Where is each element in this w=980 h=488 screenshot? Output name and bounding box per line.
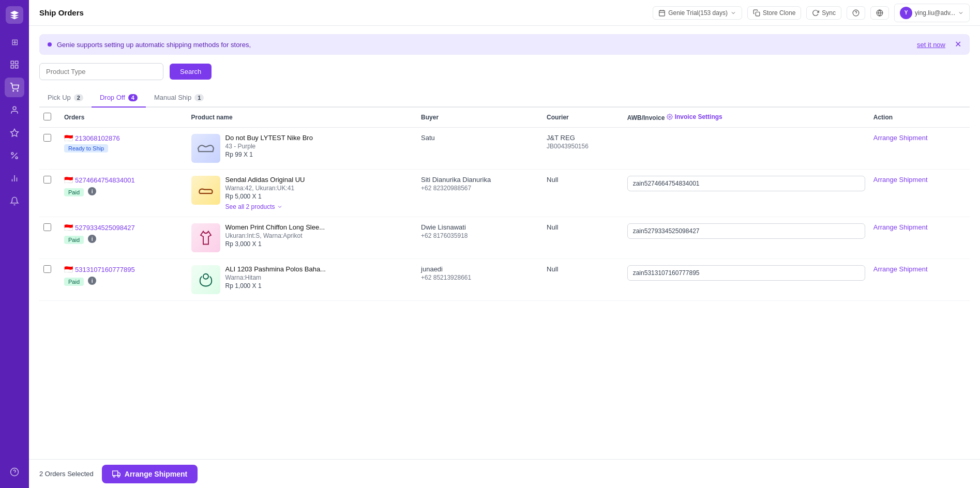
row2-courier-cell: Null — [542, 170, 623, 217]
row4-product-price: Rp 1,000 X 1 — [225, 282, 326, 289]
svg-point-9 — [11, 152, 13, 155]
row3-status-badge: Paid — [64, 236, 84, 244]
sync-icon — [812, 9, 819, 17]
row3-info-icon[interactable]: i — [88, 235, 96, 243]
row4-checkbox[interactable] — [43, 265, 51, 273]
row4-status-badge: Paid — [64, 278, 84, 286]
row2-action-cell: Arrange Shipment — [869, 170, 970, 217]
tab-pickup-label: Pick Up — [48, 94, 71, 101]
row1-awb-cell — [623, 128, 869, 170]
user-chevron-icon — [958, 10, 964, 16]
row2-arrange-button[interactable]: Arrange Shipment — [873, 176, 928, 184]
sidebar-icon-person[interactable] — [5, 100, 24, 120]
row2-status-badge: Paid — [64, 188, 84, 196]
arrange-shipment-button[interactable]: Arrange Shipment — [102, 465, 198, 483]
arrange-shipment-label: Arrange Shipment — [125, 470, 187, 478]
row4-buyer-phone: +62 85213928661 — [421, 274, 538, 281]
row4-order-id[interactable]: 5313107160777895 — [75, 266, 135, 273]
row4-action-cell: Arrange Shipment — [869, 259, 970, 301]
row3-awb-input[interactable] — [627, 223, 865, 239]
trial-button[interactable]: Genie Trial(153 days) — [653, 6, 742, 20]
page-title: Ship Orders — [39, 8, 84, 17]
row2-buyer-cell: Siti Dianurika Dianurika +62 82320988567 — [417, 170, 542, 217]
search-input[interactable] — [39, 63, 163, 80]
row1-checkbox[interactable] — [43, 134, 51, 142]
row1-buyer-cell: Satu — [417, 128, 542, 170]
table-row: 🇮🇩 5274664754834001 Paid i — [39, 170, 970, 217]
sidebar-icon-star[interactable] — [5, 123, 24, 143]
tab-dropoff[interactable]: Drop Off 4 — [92, 88, 146, 108]
row4-info-icon[interactable]: i — [88, 277, 96, 285]
row1-order-id[interactable]: 213068102876 — [75, 134, 120, 142]
row3-buyer-cell: Dwie Lisnawati +62 8176035918 — [417, 217, 542, 259]
tab-dropoff-badge: 4 — [128, 94, 138, 101]
row3-order-cell: 🇮🇩 5279334525098427 Paid i — [60, 217, 187, 259]
row2-info-icon[interactable]: i — [88, 187, 96, 195]
row4-product-image — [191, 265, 220, 294]
search-button[interactable]: Search — [170, 64, 212, 80]
row2-checkbox[interactable] — [43, 176, 51, 184]
row2-product-price: Rp 5,000 X 1 — [225, 193, 305, 200]
row3-buyer-phone: +62 8176035918 — [421, 232, 538, 239]
sidebar-icon-home[interactable]: ⊞ — [5, 32, 24, 52]
row1-flag: 🇮🇩 — [64, 134, 73, 142]
select-all-checkbox[interactable] — [43, 113, 51, 120]
row1-product-price: Rp 99 X 1 — [225, 151, 313, 158]
sidebar-icon-percent[interactable] — [5, 146, 24, 165]
row3-arrange-button[interactable]: Arrange Shipment — [873, 223, 928, 231]
row3-product-variant: Ukuran:Int:S, Warna:Aprikot — [225, 232, 325, 239]
tab-pickup[interactable]: Pick Up 2 — [39, 88, 92, 108]
row2-order-id[interactable]: 5274664754834001 — [75, 176, 135, 184]
user-menu[interactable]: Y ying.liu@adv... — [894, 4, 970, 22]
row2-see-all-link[interactable]: See all 2 products — [225, 203, 283, 210]
row4-awb-input[interactable] — [627, 265, 865, 281]
row4-arrange-button[interactable]: Arrange Shipment — [873, 265, 928, 273]
row4-order-cell: 🇮🇩 5313107160777895 Paid i — [60, 259, 187, 301]
row1-courier-cell: J&T REG JB0043950156 — [542, 128, 623, 170]
sidebar-icon-bell[interactable] — [5, 191, 24, 211]
settings-icon — [667, 114, 673, 120]
svg-point-29 — [113, 475, 115, 477]
invoice-settings-link[interactable]: Invoice Settings — [667, 113, 722, 120]
avatar: Y — [900, 7, 912, 19]
row2-product-name: Sendal Adidas Original UU — [225, 176, 305, 184]
banner-close-icon[interactable]: ✕ — [955, 40, 961, 49]
tabs: Pick Up 2 Drop Off 4 Manual Ship 1 — [39, 88, 970, 108]
sidebar-icon-support[interactable] — [5, 462, 24, 482]
sidebar-icon-grid[interactable] — [5, 55, 24, 74]
tab-manualship-badge: 1 — [194, 94, 204, 101]
row1-product-cell: Do not Buy LYTEST Nike Bro 43 - Purple R… — [187, 128, 417, 170]
invoice-settings-label: Invoice Settings — [675, 113, 722, 120]
row2-product-cell: Sendal Adidas Original UU Warna:42, Ukur… — [187, 170, 417, 217]
row1-arrange-button[interactable]: Arrange Shipment — [873, 134, 928, 142]
store-clone-button[interactable]: Store Clone — [747, 6, 801, 20]
globe-button[interactable] — [870, 6, 889, 20]
banner-link[interactable]: set it now — [917, 41, 945, 49]
orders-table: Orders Product name Buyer Courier AWB/In… — [39, 108, 970, 301]
store-clone-label: Store Clone — [763, 9, 795, 17]
row3-product-image — [191, 223, 220, 252]
row1-order-cell: 🇮🇩 213068102876 Ready to Ship — [60, 128, 187, 170]
header-product-name: Product name — [187, 108, 417, 128]
sidebar-icon-chart[interactable] — [5, 169, 24, 188]
content-area: Genie supports setting up automatic ship… — [29, 26, 980, 459]
help-button[interactable] — [847, 6, 865, 20]
tab-manualship[interactable]: Manual Ship 1 — [146, 88, 212, 108]
svg-marker-7 — [11, 129, 19, 136]
sidebar-logo[interactable] — [6, 6, 23, 24]
row2-order-cell: 🇮🇩 5274664754834001 Paid i — [60, 170, 187, 217]
row2-awb-input[interactable] — [627, 176, 865, 191]
row4-product-info: ALI 1203 Pashmina Polos Baha... Warna:Hi… — [225, 265, 326, 289]
row2-courier-name: Null — [547, 176, 619, 184]
row3-order-id[interactable]: 5279334525098427 — [75, 224, 135, 232]
svg-line-8 — [12, 153, 18, 159]
row2-product-info: Sendal Adidas Original UU Warna:42, Ukur… — [225, 176, 305, 210]
sidebar-icon-cart[interactable] — [5, 78, 24, 97]
tab-manualship-label: Manual Ship — [154, 94, 191, 101]
row3-awb-cell — [623, 217, 869, 259]
sync-button[interactable]: Sync — [806, 6, 841, 20]
row3-checkbox[interactable] — [43, 223, 51, 231]
row1-action-cell: Arrange Shipment — [869, 128, 970, 170]
truck-icon — [112, 470, 120, 478]
svg-rect-20 — [756, 12, 760, 16]
